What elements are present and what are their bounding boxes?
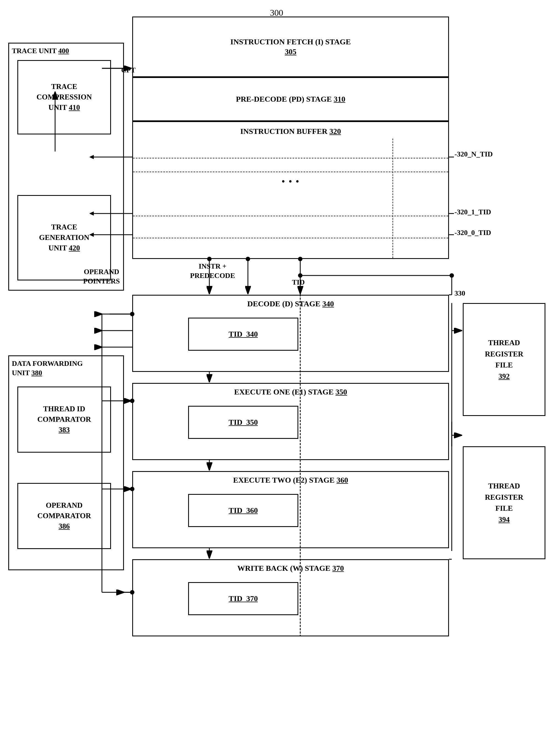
stage-w-box: WRITE BACK (W) STAGE 370 TID_370 (132, 559, 449, 636)
stage-w-label: WRITE BACK (W) STAGE 370 (133, 563, 448, 573)
stage-d-box: DECODE (D) STAGE 340 TID_340 (132, 295, 449, 372)
tid-350-box: TID_350 (188, 406, 298, 439)
tid-350-label: TID_350 (229, 417, 258, 427)
operand-comparator-box: OPERANDCOMPARATOR386 (17, 483, 111, 549)
stage-pd-box: PRE-DECODE (PD) STAGE 310 (132, 77, 449, 121)
tid-320n-label: -320_N_TID (455, 150, 493, 158)
data-forwarding-outer: DATA FORWARDINGUNIT 380 THREAD IDCOMPARA… (8, 355, 124, 570)
trace-unit-label: TRACE UNIT 400 (12, 46, 69, 56)
tid-340-label: TID_340 (229, 329, 258, 339)
trf-392-box: THREADREGISTERFILE392 (463, 303, 545, 416)
instr-buf-box: INSTRUCTION BUFFER 320 • • • (132, 121, 449, 259)
trf-394-label: THREADREGISTERFILE394 (485, 480, 523, 525)
stage-e2-box: EXECUTE TWO (E2) STAGE 360 TID_360 (132, 471, 449, 548)
trf-394-box: THREADREGISTERFILE394 (463, 446, 545, 559)
tid-360-box: TID_360 (188, 494, 298, 527)
operand-pointers-signal: OPERANDPOINTERS (83, 267, 120, 286)
tid-360-label: TID_360 (229, 506, 258, 515)
stage-e2-label: EXECUTE TWO (E2) STAGE 360 (133, 475, 448, 485)
stage-d-label: DECODE (D) STAGE 340 (133, 299, 448, 309)
tid-370-label: TID_370 (229, 594, 258, 604)
trace-unit-outer: TRACE UNIT 400 TRACECOMPRESSIONUNIT 410 … (8, 43, 124, 291)
instr-predecode-signal: INSTR +PREDECODE (190, 262, 235, 280)
trace-generation-label: TRACEGENERATIONUNIT 420 (39, 222, 90, 253)
ref-330: 330 (455, 289, 465, 298)
operand-comparator-label: OPERANDCOMPARATOR386 (37, 500, 91, 531)
stage-e1-box: EXECUTE ONE (E1) STAGE 350 TID_350 (132, 383, 449, 460)
instr-buf-label: INSTRUCTION BUFFER 320 (133, 126, 448, 136)
stage-i-box: INSTRUCTION FETCH (I) STAGE305 (132, 17, 449, 77)
svg-point-48 (450, 273, 454, 278)
svg-point-47 (298, 273, 302, 278)
stage-i-label: INSTRUCTION FETCH (I) STAGE305 (230, 37, 351, 57)
tid-signal: TID (292, 278, 305, 287)
cpt-signal: CPT (121, 66, 136, 74)
tid-320-0-label: -320_0_TID (455, 229, 491, 237)
tid-comparator-box: THREAD IDCOMPARATOR383 (17, 387, 111, 453)
tid-370-box: TID_370 (188, 582, 298, 615)
stage-pd-label: PRE-DECODE (PD) STAGE 310 (236, 94, 345, 104)
tid-340-box: TID_340 (188, 318, 298, 351)
data-forwarding-label: DATA FORWARDINGUNIT 380 (12, 359, 83, 378)
trace-compression-box: TRACECOMPRESSIONUNIT 410 (17, 60, 111, 134)
stage-e1-label: EXECUTE ONE (E1) STAGE 350 (133, 387, 448, 397)
trace-compression-label: TRACECOMPRESSIONUNIT 410 (36, 82, 92, 113)
tid-320-1-label: -320_1_TID (455, 208, 491, 216)
tid-comparator-label: THREAD IDCOMPARATOR383 (37, 404, 91, 435)
trf-392-label: THREADREGISTERFILE392 (485, 337, 523, 382)
